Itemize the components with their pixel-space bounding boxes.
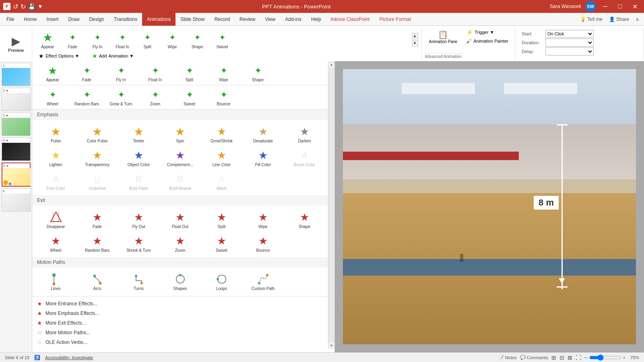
share-btn[interactable]: 👤 Share: [606, 16, 632, 22]
anim-shape-panel[interactable]: ✦ Shape: [241, 63, 275, 83]
anim-flyin[interactable]: ✦ Fly In: [85, 28, 109, 51]
scroll-up-btn[interactable]: ▲: [328, 61, 335, 68]
view-slide-btn[interactable]: ⊟: [559, 354, 564, 361]
tab-home[interactable]: Home: [19, 13, 41, 26]
effect-options-btn[interactable]: ★ Effect Options ▼: [35, 52, 83, 60]
slide-thumb-6[interactable]: 6: [2, 188, 31, 212]
trigger-btn[interactable]: ⚡ Trigger ▼: [463, 28, 512, 36]
tab-file[interactable]: File: [2, 13, 19, 26]
close-btn[interactable]: ✕: [629, 2, 641, 11]
anim-spin[interactable]: ★ Spin: [160, 122, 200, 145]
anim-split-panel[interactable]: ✦ Split: [172, 63, 206, 83]
scroll-track[interactable]: [328, 68, 334, 342]
notes-btn[interactable]: 📝 Notes: [498, 355, 517, 360]
anim-growturn-panel[interactable]: ✦ Grow & Turn: [104, 87, 138, 107]
anim-wheel-panel[interactable]: ✦ Wheel: [35, 87, 70, 107]
anim-scroll-up[interactable]: ▲: [412, 33, 418, 39]
anim-floatout[interactable]: ★ Float Out: [160, 208, 200, 231]
redo-btn[interactable]: ↻: [21, 3, 26, 10]
slide-thumb-1[interactable]: 1: [2, 63, 31, 86]
start-select[interactable]: On Click With Previous After Previous: [545, 30, 594, 38]
resize-handle[interactable]: ⊞: [637, 65, 640, 70]
anim-boldreveal[interactable]: B Bold Reveal: [160, 170, 200, 193]
anim-floatin[interactable]: ✦ Float In: [110, 28, 134, 51]
anim-shapes[interactable]: Shapes: [160, 270, 200, 293]
save-btn[interactable]: 💾: [28, 3, 35, 10]
tab-slideshow[interactable]: Slide Show: [175, 13, 209, 26]
anim-linecolor[interactable]: ★ Line Color: [201, 146, 242, 169]
customize-btn[interactable]: ▼: [37, 3, 43, 10]
tab-addins[interactable]: Add-ins: [280, 13, 306, 26]
zoom-out-btn[interactable]: ─: [584, 355, 588, 360]
anim-brushcolor[interactable]: A Brush Color: [284, 146, 325, 169]
anim-zoom-panel[interactable]: ✦ Zoom: [138, 87, 172, 107]
more-exit-btn[interactable]: ★ More Exit Effects...: [32, 318, 328, 328]
anim-objectcolor[interactable]: ★ Object Color: [118, 146, 159, 169]
tab-design[interactable]: Design: [84, 13, 109, 26]
anim-shape-top[interactable]: ✦ Shape: [185, 28, 209, 51]
animation-painter-btn[interactable]: 🖌 Animation Painter: [463, 37, 512, 45]
anim-complement[interactable]: ★ Complement...: [160, 146, 200, 169]
slide-thumb-2[interactable]: 2 ★: [2, 88, 31, 111]
comments-btn[interactable]: 💬 Comments: [520, 355, 548, 360]
anim-zoom-exit[interactable]: ★ Zoom: [160, 232, 200, 255]
user-avatar[interactable]: SW: [585, 1, 596, 12]
zoom-in-btn[interactable]: +: [623, 355, 625, 360]
anim-lines[interactable]: Lines: [35, 270, 76, 293]
anim-turns[interactable]: Turns: [118, 270, 159, 293]
anim-split-exit[interactable]: ★ Split: [201, 208, 242, 231]
restore-btn[interactable]: □: [615, 2, 625, 11]
accessibility-text[interactable]: Accessibility: Investigate: [45, 355, 93, 360]
tab-insert[interactable]: Insert: [41, 13, 63, 26]
anim-fade-exit[interactable]: ★ Fade: [77, 208, 118, 231]
anim-arcs[interactable]: Arcs: [77, 270, 118, 293]
more-emphasis-btn[interactable]: ★ More Emphasis Effects...: [32, 309, 328, 318]
anim-scroll-down[interactable]: ▼: [412, 40, 418, 47]
anim-fade-panel[interactable]: ✦ Fade: [70, 63, 104, 83]
preview-button[interactable]: ▶ Preview: [3, 33, 29, 54]
anim-wipe-top[interactable]: ✦ Wipe: [160, 28, 184, 51]
anim-pulse[interactable]: ★ Pulse: [35, 122, 76, 145]
anim-colorpulse[interactable]: ★ Color Pulse: [77, 122, 118, 145]
tab-draw[interactable]: Draw: [63, 13, 84, 26]
undo-btn[interactable]: ↺: [13, 3, 18, 10]
more-motion-btn[interactable]: ☆ More Motion Paths...: [32, 328, 328, 337]
slide-thumb-3[interactable]: 3 ★: [2, 113, 31, 136]
anim-teeter[interactable]: ★ Teeter: [118, 122, 159, 145]
anim-underline[interactable]: U Underline: [77, 170, 118, 193]
tab-review[interactable]: Review: [235, 13, 260, 26]
tab-animations[interactable]: Animations: [142, 13, 175, 26]
zoom-slider[interactable]: [589, 354, 621, 361]
anim-appear-panel[interactable]: ★ Appear: [35, 63, 70, 83]
view-full-btn[interactable]: ⛶: [576, 354, 581, 361]
anim-shape-exit[interactable]: ★ Shape: [284, 208, 325, 231]
anim-randombars-panel[interactable]: ✦ Random Bars: [70, 87, 104, 107]
anim-wipe-exit[interactable]: ★ Wipe: [243, 208, 283, 231]
anim-wipe-panel[interactable]: ✦ Wipe: [206, 63, 241, 83]
anim-swivel-top[interactable]: ✦ Swivel: [210, 28, 234, 51]
minimize-btn[interactable]: ─: [600, 2, 611, 11]
anim-fillcolor[interactable]: ★ Fill Color: [243, 146, 283, 169]
animation-pane-btn[interactable]: 📋 Animation Pane: [425, 28, 462, 51]
anim-boldflash[interactable]: B Bold Flash: [118, 170, 159, 193]
ribbon-collapse-btn[interactable]: ∧: [632, 16, 642, 22]
anim-appear[interactable]: ★ Appear: [35, 28, 60, 51]
view-normal-btn[interactable]: ⊞: [551, 354, 556, 361]
tab-classpoint[interactable]: Inknoe ClassPoint: [326, 13, 375, 26]
view-reading-btn[interactable]: ⊠: [568, 354, 572, 361]
anim-bounce-panel[interactable]: ✦ Bounce: [206, 87, 241, 107]
anim-bounce-exit[interactable]: ★ Bounce: [243, 232, 283, 255]
anim-swivel-exit[interactable]: ★ Swivel: [201, 232, 242, 255]
anim-flyout[interactable]: ★ Fly Out: [118, 208, 159, 231]
anim-custompath[interactable]: Custom Path: [243, 270, 283, 293]
delay-select[interactable]: [545, 47, 594, 56]
tell-me-btn[interactable]: 💡 Tell me: [577, 16, 606, 22]
anim-floatin-panel[interactable]: ✦ Float In: [138, 63, 172, 83]
anim-transparency[interactable]: ★ Transparency: [77, 146, 118, 169]
add-animation-btn[interactable]: ★ Add Animation ▼: [89, 52, 137, 60]
anim-flyin-panel[interactable]: ✦ Fly In: [104, 63, 138, 83]
anim-wheel-exit[interactable]: ★ Wheel: [35, 232, 76, 255]
anim-lighten[interactable]: ★ Lighten: [35, 146, 76, 169]
slide-thumb-5[interactable]: 5 ★: [2, 162, 31, 187]
zoom-level[interactable]: 70%: [627, 355, 639, 360]
